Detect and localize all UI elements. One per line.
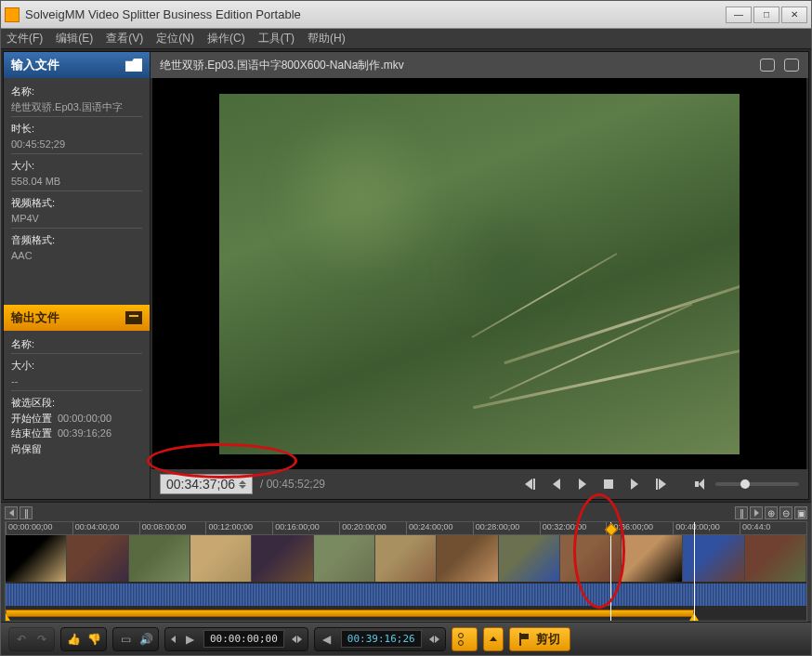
step-forward-button[interactable] xyxy=(626,477,643,492)
mark-out-time[interactable]: 00:39:16;26 xyxy=(341,630,422,648)
tl-scroll-right[interactable]: ‖ xyxy=(735,506,748,519)
prev-keyframe-button[interactable] xyxy=(522,477,539,492)
mark-out-icon[interactable]: ◀ xyxy=(321,633,334,646)
zoom-in-icon[interactable]: ⊕ xyxy=(765,506,778,519)
stop-button[interactable] xyxy=(600,477,617,492)
out-name-label: 名称: xyxy=(11,336,142,352)
app-window: SolveigMM Video Splitter Business Editio… xyxy=(0,0,812,656)
audio-track-icon[interactable]: 🔊 xyxy=(139,633,152,646)
timeline-thumb xyxy=(314,535,375,582)
range-end-line[interactable] xyxy=(694,522,695,621)
playhead-line[interactable] xyxy=(610,522,611,621)
zoom-out-icon[interactable]: ⊖ xyxy=(779,506,792,519)
undo-icon[interactable]: ↶ xyxy=(15,633,28,646)
menu-view[interactable]: 查看(V) xyxy=(106,31,143,46)
timeline-tick: 00:16:00;00 xyxy=(272,522,339,534)
time-spinner[interactable] xyxy=(239,480,246,489)
tl-scroll-left[interactable]: ‖ xyxy=(20,506,33,519)
timeline-waveform xyxy=(6,582,806,608)
timeline-thumb xyxy=(67,535,128,582)
duration-label: 时长: xyxy=(11,121,142,137)
save-icon[interactable] xyxy=(125,311,142,324)
input-file-header[interactable]: 输入文件 xyxy=(4,52,150,78)
undo-redo-group: ↶ ↷ xyxy=(8,627,55,651)
cut-label: 剪切 xyxy=(536,631,560,648)
volume-slider[interactable] xyxy=(715,482,799,486)
mark-in-group: ▶ 00:00:00;00 xyxy=(164,627,308,651)
timeline-thumb xyxy=(129,535,190,582)
name-value: 绝世双骄.Ep03.国语中字 xyxy=(11,99,142,115)
video-title-bar: 绝世双骄.Ep03.国语中字800X600-NaNa制作.mkv xyxy=(151,52,808,78)
volume-icon[interactable] xyxy=(695,479,708,490)
timeline[interactable]: 00:00:00;0000:04:00;0000:08:00;0000:12:0… xyxy=(5,521,807,622)
maximize-button[interactable]: □ xyxy=(753,7,779,23)
redo-icon[interactable]: ↷ xyxy=(35,633,48,646)
start-value: 00:00:00;00 xyxy=(58,411,111,426)
nudge-in-left[interactable] xyxy=(171,636,176,643)
timeline-thumb xyxy=(190,535,252,582)
range-start-handle[interactable] xyxy=(5,613,10,621)
close-button[interactable]: ✕ xyxy=(781,7,807,23)
snapshot-icon[interactable] xyxy=(760,59,775,72)
video-preview[interactable] xyxy=(152,78,806,469)
menu-tools[interactable]: 工具(T) xyxy=(258,31,295,46)
timeline-thumb xyxy=(375,535,437,582)
output-file-label: 输出文件 xyxy=(11,309,59,326)
timeline-thumb xyxy=(499,535,560,582)
thumbs-up-icon[interactable]: 👍 xyxy=(67,633,80,646)
timeline-ruler: 00:00:00;0000:04:00;0000:08:00;0000:12:0… xyxy=(6,522,806,535)
start-label: 开始位置 xyxy=(11,411,52,426)
nudge-out[interactable] xyxy=(429,636,439,643)
play-button[interactable] xyxy=(574,477,591,492)
nudge-in-right[interactable] xyxy=(292,636,302,643)
selected-range[interactable] xyxy=(6,610,694,617)
rating-group: 👍 👎 xyxy=(60,627,107,651)
timeline-thumb xyxy=(252,535,313,582)
timeline-thumb xyxy=(437,535,498,582)
video-frame-image xyxy=(219,94,740,454)
zoom-fit-icon[interactable]: ▣ xyxy=(794,506,807,519)
menu-control[interactable]: 操作(C) xyxy=(207,31,245,46)
sidebar: 输入文件 名称: 绝世双骄.Ep03.国语中字 时长: 00:45:52;29 … xyxy=(4,52,151,499)
menubar: 文件(F) 编辑(E) 查看(V) 定位(N) 操作(C) 工具(T) 帮助(H… xyxy=(1,29,811,49)
app-icon xyxy=(5,7,20,22)
out-size-value: -- xyxy=(11,374,142,389)
aformat-label: 音频格式: xyxy=(11,232,142,248)
tl-next-button[interactable] xyxy=(750,506,763,519)
output-file-header[interactable]: 输出文件 xyxy=(4,305,150,331)
video-filename: 绝世双骄.Ep03.国语中字800X600-NaNa制作.mkv xyxy=(160,58,404,73)
video-track-icon[interactable]: ▭ xyxy=(119,633,132,646)
step-back-button[interactable] xyxy=(548,477,565,492)
timeline-section: ‖ ‖ ⊕ ⊖ ▣ 00:00:00;0000:04:00;0000:08:00… xyxy=(1,502,811,622)
tl-prev-button[interactable] xyxy=(5,506,18,519)
cut-button[interactable]: 剪切 xyxy=(509,627,570,651)
size-value: 558.04 MB xyxy=(11,174,142,190)
flag-icon xyxy=(519,633,530,646)
menu-locate[interactable]: 定位(N) xyxy=(156,31,194,46)
av-toggle-group: ▭ 🔊 xyxy=(112,627,159,651)
end-label: 结束位置 xyxy=(11,426,52,441)
next-keyframe-button[interactable] xyxy=(652,477,669,492)
playhead-icon[interactable] xyxy=(604,522,617,535)
add-marker-button[interactable] xyxy=(452,627,478,651)
timeline-tick: 00:08:00;00 xyxy=(139,522,206,534)
mark-in-time[interactable]: 00:00:00;00 xyxy=(203,630,284,648)
segment-label: 被选区段: xyxy=(11,395,142,411)
window-title: SolveigMM Video Splitter Business Editio… xyxy=(25,7,726,21)
menu-help[interactable]: 帮助(H) xyxy=(308,31,346,46)
menu-edit[interactable]: 编辑(E) xyxy=(56,31,93,46)
mark-in-icon[interactable]: ▶ xyxy=(183,633,196,646)
current-time-input[interactable]: 00:34:37;06 xyxy=(160,474,253,494)
fullscreen-icon[interactable] xyxy=(784,59,799,72)
vformat-value: MP4V xyxy=(11,211,142,227)
current-time-value: 00:34:37;06 xyxy=(166,477,235,492)
titlebar: SolveigMM Video Splitter Business Editio… xyxy=(1,1,811,29)
vformat-label: 视频格式: xyxy=(11,195,142,211)
minimize-button[interactable]: — xyxy=(726,7,752,23)
thumbs-down-icon[interactable]: 👎 xyxy=(87,633,100,646)
total-time: / 00:45:52;29 xyxy=(260,478,325,491)
add-marker-dropdown[interactable] xyxy=(483,627,504,651)
open-folder-icon[interactable] xyxy=(125,59,142,72)
menu-file[interactable]: 文件(F) xyxy=(7,31,43,46)
timeline-range-track[interactable] xyxy=(6,608,806,619)
